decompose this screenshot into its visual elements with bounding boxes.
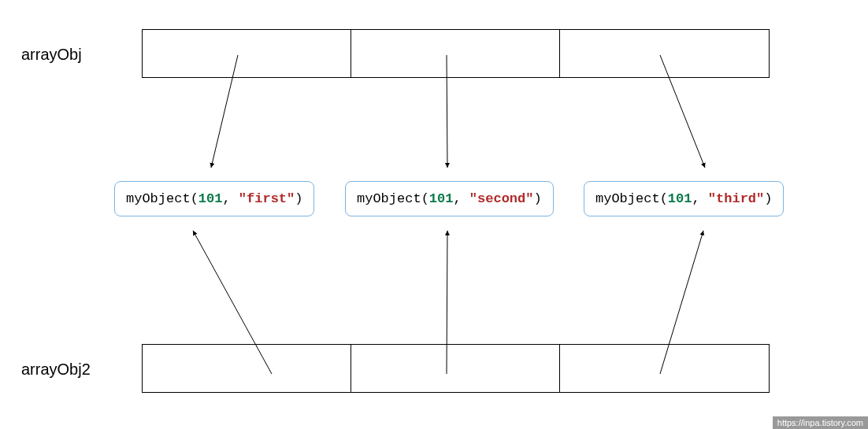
function-name: myObject xyxy=(357,191,421,206)
function-name: myObject xyxy=(126,191,191,206)
object-box-1: myObject(101, "first") xyxy=(114,181,314,216)
object-string: "third" xyxy=(708,191,764,206)
array-row-bottom xyxy=(142,344,770,393)
array-cell xyxy=(351,30,560,77)
object-number: 101 xyxy=(429,191,454,206)
object-number: 101 xyxy=(198,191,223,206)
function-name: myObject xyxy=(595,191,660,206)
object-box-2: myObject(101, "second") xyxy=(345,181,554,216)
object-string: "first" xyxy=(239,191,295,206)
object-string: "second" xyxy=(469,191,534,206)
array-row-top xyxy=(142,29,770,78)
array-label-top: arrayObj xyxy=(21,46,82,64)
object-box-3: myObject(101, "third") xyxy=(584,181,784,216)
array-cell xyxy=(560,345,769,392)
array-cell xyxy=(143,30,351,77)
array-label-bottom: arrayObj2 xyxy=(21,361,91,379)
array-cell xyxy=(143,345,351,392)
array-cell xyxy=(351,345,560,392)
array-cell xyxy=(560,30,769,77)
watermark: https://inpa.tistory.com xyxy=(773,416,868,429)
object-number: 101 xyxy=(668,191,692,206)
